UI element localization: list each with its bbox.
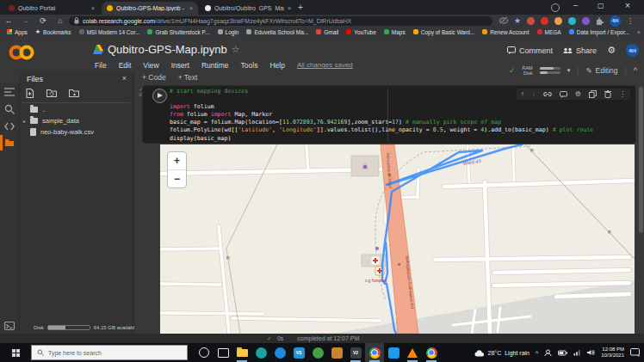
reload-icon[interactable]: ⟳	[34, 16, 52, 25]
tab-colab-notebook[interactable]: Qubitro-GPS-Map.ipynb - Colab ×	[102, 2, 198, 15]
tray-expand-chevron[interactable]: ^	[536, 350, 538, 356]
parent-folder-row[interactable]: ..	[30, 106, 46, 114]
bookmarks-overflow-icon[interactable]: »	[637, 29, 641, 35]
bookmark-item[interactable]: Grab Shutterstock P...	[147, 29, 209, 35]
cortana-button[interactable]	[195, 343, 214, 362]
address-bar[interactable]: colab.research.google.com/drive/1mUFN4Ha…	[69, 16, 492, 26]
folium-map[interactable]: Ward 43 Mettupalayam Road Mettupalayam-C…	[160, 144, 635, 334]
menu-help[interactable]: Help	[269, 61, 284, 70]
table-of-contents-icon[interactable]	[4, 87, 15, 97]
bookmark-item[interactable]: Data Import / Expor...	[569, 29, 629, 35]
all-changes-saved-link[interactable]: All changes saved	[297, 61, 353, 70]
taskbar-search-input[interactable]: Type here to search	[31, 345, 188, 360]
extension-icon[interactable]	[554, 17, 562, 25]
cell-settings-gear-icon[interactable]: ⚙	[575, 90, 581, 98]
home-icon[interactable]: ⌂	[52, 16, 69, 25]
taskbar-app-blue-sphere-app[interactable]	[270, 343, 289, 362]
new-tab-button[interactable]: +	[298, 3, 303, 12]
tab-close-icon[interactable]: ×	[91, 5, 95, 11]
refresh-folder-icon[interactable]	[46, 89, 57, 98]
battery-tray-icon[interactable]	[558, 350, 567, 356]
star-notebook-icon[interactable]: ☆	[232, 44, 240, 55]
bookmark-item[interactable]: Gmail	[316, 29, 338, 35]
tab-github-notebook[interactable]: Qubitro/Qubitro_GPS_Map.ipynb ×	[200, 2, 296, 15]
taskbar-app-v2-app[interactable]: V2	[346, 343, 365, 362]
extension-icon[interactable]	[568, 17, 576, 25]
hidden-eye-icon[interactable]	[499, 17, 508, 24]
expand-arrow-icon[interactable]: ▸	[23, 118, 26, 124]
window-minimize-button[interactable]: –	[573, 1, 578, 9]
forward-icon[interactable]: →	[17, 16, 34, 25]
bookmark-item[interactable]: Maps	[384, 29, 406, 35]
task-view-button[interactable]	[214, 343, 232, 362]
menu-edit[interactable]: Edit	[119, 61, 132, 70]
move-cell-down-icon[interactable]: ↓	[532, 90, 536, 98]
browser-profile-avatar[interactable]: 404	[610, 15, 621, 27]
extension-icon[interactable]	[541, 17, 548, 25]
menu-insert[interactable]: Insert	[171, 61, 189, 70]
bookmark-item[interactable]: ★Bookmarks	[35, 28, 71, 35]
share-button[interactable]: Share	[563, 46, 597, 55]
extensions-puzzle-icon[interactable]	[596, 17, 604, 25]
volume-tray-icon[interactable]	[587, 349, 595, 356]
bookmark-item[interactable]: YouTube	[346, 29, 376, 35]
tab-qubitro-portal[interactable]: Qubitro Portal ×	[3, 2, 100, 15]
tab-close-icon[interactable]: ×	[288, 5, 291, 11]
menu-file[interactable]: File	[95, 61, 107, 70]
hospital-marker[interactable]	[371, 256, 380, 265]
taskbar-app-green-cam-app[interactable]	[308, 343, 327, 362]
delete-cell-icon[interactable]	[604, 90, 611, 98]
browser-menu-icon[interactable]: ⋮	[627, 17, 634, 25]
bookmark-item[interactable]: Eduvella School Ma...	[246, 29, 308, 35]
window-maximize-button[interactable]: ▢	[598, 2, 604, 9]
upload-file-icon[interactable]	[25, 89, 34, 98]
files-panel-close-icon[interactable]: ×	[122, 74, 127, 83]
back-icon[interactable]: ←	[0, 16, 17, 25]
window-close-button[interactable]: ×	[625, 1, 630, 10]
bookmark-item[interactable]: MSI Modern 14 Cor...	[79, 29, 140, 35]
add-comment-icon[interactable]	[560, 91, 567, 98]
taskbar-app-vscode[interactable]: VS	[289, 343, 308, 362]
zoom-in-button[interactable]: +	[168, 152, 186, 170]
taskbar-app-vlc[interactable]	[403, 343, 422, 362]
taskbar-app-twitter[interactable]	[384, 343, 403, 362]
csv-file-row[interactable]: neo-baby-walk.csv	[30, 128, 94, 136]
taskbar-clock[interactable]: 12:08 PM 10/3/2021	[601, 347, 624, 359]
terminal-icon[interactable]	[4, 321, 15, 331]
move-cell-up-icon[interactable]: ↑	[521, 90, 524, 98]
bookmark-item[interactable]: Copy of Basic Ward...	[413, 29, 475, 35]
add-text-button[interactable]: + Text	[178, 73, 198, 82]
code-cell[interactable]: # start mapping devices import foliumfro…	[142, 85, 636, 144]
zoom-out-button[interactable]: −	[168, 170, 186, 187]
colab-profile-avatar[interactable]: 404	[626, 44, 639, 57]
mount-drive-icon[interactable]	[69, 89, 79, 98]
taskbar-app-chrome[interactable]	[365, 343, 384, 362]
start-button[interactable]	[0, 343, 31, 362]
weather-widget[interactable]: 28°C Light rain	[474, 349, 529, 357]
bookmark-item[interactable]: Apps	[7, 29, 28, 35]
resources-dropdown-icon[interactable]: ▾	[567, 67, 571, 74]
onedrive-tray-icon[interactable]	[544, 349, 552, 357]
add-code-button[interactable]: + Code	[142, 73, 166, 82]
menu-runtime[interactable]: Runtime	[201, 61, 229, 70]
resource-meters[interactable]	[540, 67, 560, 74]
run-cell-button[interactable]	[152, 89, 167, 103]
search-icon[interactable]	[4, 104, 15, 114]
tab-close-icon[interactable]: ×	[189, 5, 193, 11]
network-tray-icon[interactable]	[573, 349, 581, 356]
taskbar-app-file-explorer[interactable]	[232, 343, 251, 362]
code-snippets-icon[interactable]	[4, 121, 15, 132]
bookmark-item[interactable]: Renew Account	[482, 29, 529, 35]
map-output[interactable]: Ward 43 Mettupalayam Road Mettupalayam-C…	[160, 144, 635, 334]
link-icon[interactable]	[543, 91, 552, 98]
collapse-header-icon[interactable]: ^	[634, 66, 637, 75]
sample-data-folder-row[interactable]: ▸ sample_data	[23, 117, 79, 125]
taskbar-app-owl-app[interactable]	[327, 343, 346, 362]
cell-more-menu-icon[interactable]: ⋮	[619, 90, 626, 98]
menu-view[interactable]: View	[143, 61, 158, 70]
menu-tools[interactable]: Tools	[241, 61, 258, 70]
taskbar-app-chrome-profile[interactable]	[422, 343, 441, 362]
bookmark-item[interactable]: Login	[218, 29, 239, 35]
notebook-scrollbar[interactable]	[639, 85, 643, 331]
bookmark-star-icon[interactable]: ★	[514, 16, 521, 25]
